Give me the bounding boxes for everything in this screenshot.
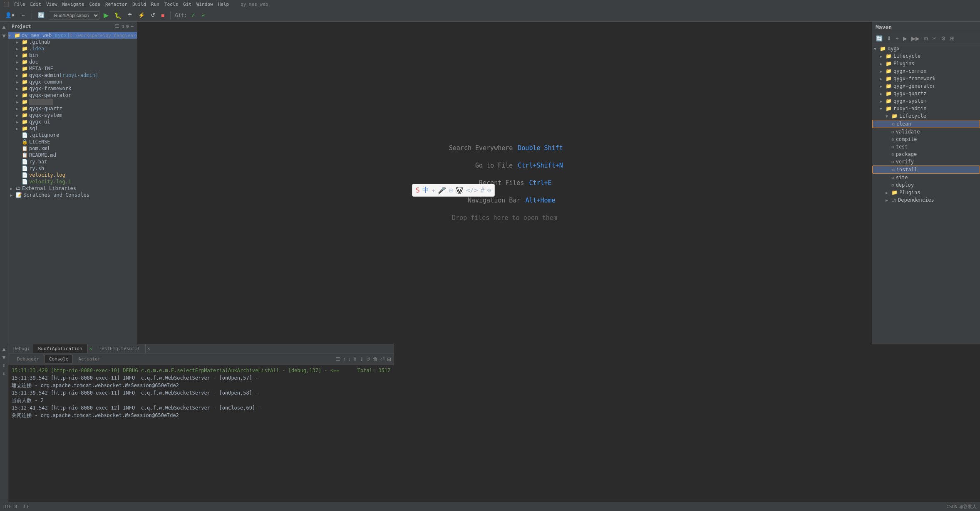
tree-bin-arrow[interactable]: ▶ <box>16 53 22 58</box>
tree-velocity-log[interactable]: 📄 velocity.log <box>8 172 137 178</box>
tree-idea-arrow[interactable]: ▶ <box>16 47 22 51</box>
maven-dep-arrow[interactable]: ▶ <box>886 198 891 202</box>
ime-sougou-icon[interactable]: S <box>416 186 420 194</box>
tree-github-arrow[interactable]: ▶ <box>16 40 22 44</box>
tab-ruoyi-app[interactable]: RuoYiApplication <box>33 344 88 353</box>
ime-hash-icon[interactable]: # <box>481 186 485 194</box>
maven-validate[interactable]: ⚙ validate <box>872 128 980 136</box>
tree-sql[interactable]: ▶ 📁 sql <box>8 125 137 132</box>
tree-qygx-framework[interactable]: ▶ 📁 qygx-framework <box>8 85 137 92</box>
tree-scratches[interactable]: ▶ 📝 Scratches and Consoles <box>8 192 137 198</box>
tree-pom[interactable]: 📋 pom.xml <box>8 145 137 152</box>
toolbar-back-btn[interactable]: ← <box>19 11 27 19</box>
console-replay-btn[interactable]: ↺ <box>366 356 370 362</box>
tree-qygx-system[interactable]: ▶ 📁 qygx-system <box>8 112 137 118</box>
maven-lc2-arrow[interactable]: ▼ <box>886 114 891 118</box>
maven-install[interactable]: ⚙ install <box>872 165 980 174</box>
tree-blurred-arrow[interactable]: ▶ <box>16 100 22 104</box>
console-up-btn[interactable]: ↑ <box>343 356 345 362</box>
tree-sql-arrow[interactable]: ▶ <box>16 126 22 131</box>
maven-dependencies[interactable]: ▶ 🗂 Dependencies <box>872 196 980 204</box>
maven-fw-arrow[interactable]: ▶ <box>880 77 886 81</box>
maven-qygx-quartz[interactable]: ▶ 📁 qygx-quartz <box>872 90 980 97</box>
menu-refactor[interactable]: Refactor <box>105 2 127 7</box>
menu-view[interactable]: View <box>46 2 57 7</box>
tree-velocity-log1[interactable]: 📄 velocity.log.1 <box>8 178 137 185</box>
maven-common-arrow[interactable]: ▶ <box>880 69 886 74</box>
maven-qz-arrow[interactable]: ▶ <box>880 91 886 96</box>
menu-build[interactable]: Build <box>132 2 146 7</box>
navbar-shortcut[interactable]: Alt+Home <box>525 197 555 204</box>
maven-package[interactable]: ⚙ package <box>872 151 980 158</box>
console-split-btn[interactable]: ⊟ <box>387 356 391 362</box>
maven-plugins-1[interactable]: ▶ 📁 Plugins <box>872 60 980 67</box>
maven-ruoyi-admin[interactable]: ▼ 📁 ruoyi-admin <box>872 105 980 112</box>
tree-ry-sh[interactable]: 📄 ry.sh <box>8 165 137 172</box>
git-check-btn[interactable]: ✓ <box>189 11 197 19</box>
sidebar-tool-settings[interactable]: ⚙ <box>126 23 129 29</box>
bottom-gutter-up[interactable]: ▲ <box>2 346 5 352</box>
maven-lifecycle-2[interactable]: ▼ 📁 Lifecycle <box>872 112 980 120</box>
tree-qygx-generator[interactable]: ▶ 📁 qygx-generator <box>8 92 137 99</box>
maven-qygx-system[interactable]: ▶ 📁 qygx-system <box>872 97 980 105</box>
ime-settings-icon[interactable]: ⚙ <box>487 186 491 194</box>
console-scroll-up-btn[interactable]: ⇑ <box>353 356 357 362</box>
tree-blurred[interactable]: ▶ 📁 ████████ <box>8 99 137 105</box>
maven-refresh-btn[interactable]: 🔄 <box>875 35 884 42</box>
tree-extlibs-arrow[interactable]: ▶ <box>10 186 16 191</box>
maven-pl2-arrow[interactable]: ▶ <box>886 190 891 195</box>
bottom-gutter-left[interactable]: ⬆ <box>2 362 5 369</box>
console-tab-actuator[interactable]: Actuator <box>74 355 105 363</box>
reload-btn[interactable]: ↺ <box>149 11 157 19</box>
debug-button[interactable]: 🐛 <box>113 11 123 20</box>
maven-qygx-framework[interactable]: ▶ 📁 qygx-framework <box>872 75 980 82</box>
gutter-up-arrow[interactable]: ▲ <box>2 23 5 30</box>
maven-qygx-generator[interactable]: ▶ 📁 qygx-generator <box>872 82 980 90</box>
maven-lc1-arrow[interactable]: ▶ <box>880 54 886 59</box>
tree-ry-bat[interactable]: 📄 ry.bat <box>8 158 137 165</box>
ime-chinese-icon[interactable]: 中 <box>422 186 429 195</box>
maven-gen-arrow[interactable]: ▶ <box>880 84 886 89</box>
tree-qygx-admin[interactable]: ▶ 📁 qygx-admin [ruoyi-admin] <box>8 72 137 79</box>
menu-file[interactable]: File <box>14 2 25 7</box>
maven-run2-btn[interactable]: ▶▶ <box>910 35 921 42</box>
tree-root[interactable]: ▼ 📁 qy_mes_web [qygx] D:\workspace\qy_ha… <box>8 32 137 39</box>
console-tab-debugger[interactable]: Debugger <box>12 355 44 363</box>
tree-qygx-ui[interactable]: ▶ 📁 qygx-ui <box>8 118 137 125</box>
bottom-gutter-right[interactable]: ⬇ <box>2 370 5 377</box>
maven-layout-btn[interactable]: ⊞ <box>949 35 956 42</box>
sidebar-tool-close[interactable]: − <box>131 23 134 29</box>
ime-star-icon[interactable]: ✦ <box>432 186 436 194</box>
tree-framework-arrow[interactable]: ▶ <box>16 86 22 91</box>
sidebar-tool-collapse[interactable]: ☰ <box>115 23 119 29</box>
menu-help[interactable]: Help <box>218 2 229 7</box>
maven-test[interactable]: ⚙ test <box>872 143 980 151</box>
tab-close-test[interactable]: ✕ <box>147 346 150 351</box>
maven-settings-btn[interactable]: ⚙ <box>940 35 947 42</box>
tab-close-ruoyi[interactable]: ✕ <box>89 346 92 351</box>
toolbar-account-btn[interactable]: 👤▾ <box>3 11 16 19</box>
recent-shortcut[interactable]: Ctrl+E <box>529 179 551 187</box>
tree-admin-arrow[interactable]: ▶ <box>16 73 22 78</box>
tab-test-emq[interactable]: TestEmq.tesutil <box>94 344 145 353</box>
maven-sys-arrow[interactable]: ▶ <box>880 99 886 104</box>
maven-ra-arrow[interactable]: ▼ <box>880 106 886 111</box>
tree-generator-arrow[interactable]: ▶ <box>16 93 22 98</box>
bottom-gutter-down[interactable]: ▼ <box>2 354 5 360</box>
maven-root[interactable]: ▼ 📁 qygx <box>872 45 980 52</box>
run-button[interactable]: ▶ <box>102 10 110 20</box>
run-config-select[interactable]: RuoYiApplication <box>49 11 99 20</box>
menu-window[interactable]: Window <box>196 2 213 7</box>
stop-button[interactable]: ■ <box>159 11 166 20</box>
goto-shortcut[interactable]: Ctrl+Shift+N <box>518 162 563 169</box>
menu-git[interactable]: Git <box>183 2 191 7</box>
maven-download-btn[interactable]: ⬇ <box>886 35 893 42</box>
maven-add-btn[interactable]: + <box>894 35 900 42</box>
console-scroll-down-btn[interactable]: ⇓ <box>360 356 364 362</box>
console-filter-btn[interactable]: ☰ <box>336 356 340 362</box>
tree-license[interactable]: 🔒 LICENSE <box>8 138 137 145</box>
tree-readme[interactable]: 📋 README.md <box>8 152 137 158</box>
maven-verify[interactable]: ⚙ verify <box>872 158 980 165</box>
search-shortcut[interactable]: Double Shift <box>518 144 563 152</box>
menu-run[interactable]: Run <box>151 2 159 7</box>
